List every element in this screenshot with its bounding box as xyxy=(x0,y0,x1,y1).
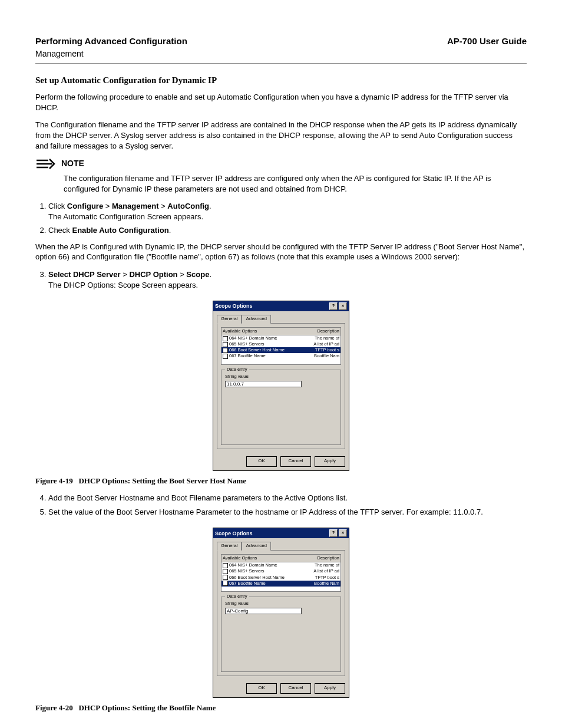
note-label: NOTE xyxy=(61,158,84,169)
note-arrow-icon xyxy=(35,158,55,170)
string-value-input[interactable] xyxy=(225,608,302,614)
cancel-button[interactable]: Cancel xyxy=(280,683,311,694)
apply-button[interactable]: Apply xyxy=(315,456,345,467)
tab-general[interactable]: General xyxy=(217,315,242,324)
figure-caption-1: Figure 4-19 DHCP Options: Setting the Bo… xyxy=(35,476,527,486)
option-row[interactable]: 065 NIS+ Servers A list of IP ad xyxy=(222,341,340,347)
step-3: Select DHCP Server > DHCP Option > Scope… xyxy=(48,269,527,290)
help-button[interactable]: ? xyxy=(329,529,338,537)
option-row[interactable]: 067 Bootfile Name Bootfile Nam xyxy=(222,353,340,359)
scope-options-dialog-1: Scope Options ? × General Advanced Avail… xyxy=(213,301,349,471)
col-available: Available Options xyxy=(223,328,257,334)
option-row-selected[interactable]: ✓066 Boot Server Host Name TFTP boot s xyxy=(222,347,340,353)
string-value-input[interactable] xyxy=(225,381,302,387)
option-row[interactable]: 064 NIS+ Domain Name The name of xyxy=(222,562,340,568)
close-button[interactable]: × xyxy=(339,302,347,310)
col-description: Description xyxy=(317,555,339,561)
ok-button[interactable]: OK xyxy=(246,683,277,694)
option-row[interactable]: 065 NIS+ Servers A list of IP ad xyxy=(222,568,340,574)
step-2: Check Enable Auto Configuration. xyxy=(48,225,527,236)
paragraph-1: Perform the following procedure to enabl… xyxy=(35,92,527,113)
figure-caption-2: Figure 4-20 DHCP Options: Setting the Bo… xyxy=(35,703,527,713)
note-text: The configuration filename and TFTP serv… xyxy=(64,173,527,194)
string-value-label: String value: xyxy=(225,601,337,607)
dialog-title: Scope Options xyxy=(215,530,253,537)
tab-advanced[interactable]: Advanced xyxy=(242,542,271,551)
header-rule xyxy=(35,63,527,64)
close-button[interactable]: × xyxy=(339,529,347,537)
step-1: Click Configure > Management > AutoConfi… xyxy=(48,201,527,222)
available-options-list[interactable]: Available Options Description 064 NIS+ D… xyxy=(221,327,341,365)
cancel-button[interactable]: Cancel xyxy=(280,456,311,467)
string-value-label: String value: xyxy=(225,374,337,380)
scope-options-dialog-2: Scope Options ? × General Advanced Avail… xyxy=(213,528,349,698)
data-entry-legend: Data entry xyxy=(225,594,249,599)
col-available: Available Options xyxy=(223,555,257,561)
step-4: Add the Boot Server Hostname and Boot Fi… xyxy=(48,493,527,503)
tab-general[interactable]: General xyxy=(217,542,242,551)
tab-advanced[interactable]: Advanced xyxy=(242,315,271,324)
header-subhead: Management xyxy=(35,48,527,60)
help-button[interactable]: ? xyxy=(329,302,338,310)
section-title: Set up Automatic Configuration for Dynam… xyxy=(35,74,527,86)
header-right-title: AP-700 User Guide xyxy=(447,35,527,47)
option-row-selected[interactable]: ✓067 Bootfile Name Bootfile Nam xyxy=(222,581,340,587)
paragraph-3: When the AP is Configured with Dynamic I… xyxy=(35,242,527,262)
col-description: Description xyxy=(317,328,339,334)
dialog-title: Scope Options xyxy=(215,302,253,309)
data-entry-legend: Data entry xyxy=(225,367,249,373)
step-5: Set the value of the Boot Server Hostnam… xyxy=(48,507,527,518)
option-row[interactable]: 066 Boot Server Host Name TFTP boot s xyxy=(222,575,340,581)
option-row[interactable]: 064 NIS+ Domain Name The name of xyxy=(222,335,340,341)
apply-button[interactable]: Apply xyxy=(315,683,345,694)
header-left-title: Performing Advanced Configuration xyxy=(35,35,187,47)
available-options-list[interactable]: Available Options Description 064 NIS+ D… xyxy=(221,554,341,592)
paragraph-2: The Configuration filename and the TFTP … xyxy=(35,120,527,151)
ok-button[interactable]: OK xyxy=(246,456,277,467)
